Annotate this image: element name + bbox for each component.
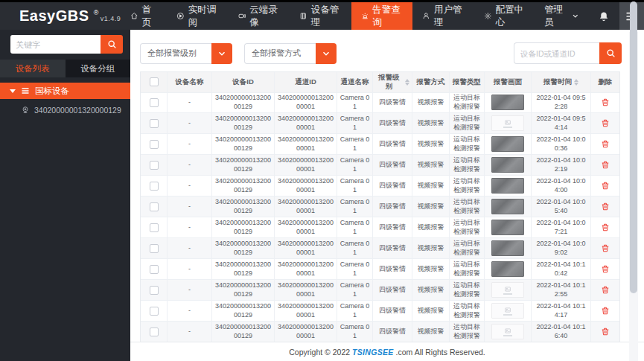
- notifications-button[interactable]: [588, 11, 619, 22]
- delete-button[interactable]: [601, 160, 610, 170]
- header-alarm-level[interactable]: 报警级别: [373, 72, 412, 93]
- alarm-thumbnail[interactable]: [491, 136, 524, 152]
- trash-icon: [601, 181, 610, 191]
- alarm-level-select[interactable]: 全部报警级别: [140, 43, 232, 64]
- row-checkbox[interactable]: [150, 265, 159, 274]
- alarm-thumbnail[interactable]: [491, 95, 524, 110]
- user-menu[interactable]: 管理员: [535, 4, 587, 29]
- table-row: - 34020000001320000129 34020000001320000…: [141, 92, 619, 113]
- alarm-thumbnail[interactable]: [491, 282, 524, 298]
- delete-button[interactable]: [601, 223, 610, 232]
- row-checkbox[interactable]: [150, 182, 159, 191]
- cell-channel-name: Camera 01: [337, 322, 373, 342]
- cell-alarm-level: 四级警情: [373, 197, 412, 217]
- delete-button[interactable]: [601, 98, 610, 107]
- row-checkbox[interactable]: [150, 119, 159, 128]
- alarm-thumbnail[interactable]: [491, 199, 524, 214]
- cell-alarm-type: 运动目标检测报警: [450, 322, 485, 342]
- nav-item-home[interactable]: 首页: [121, 2, 167, 30]
- row-checkbox[interactable]: [150, 140, 159, 149]
- cell-device-id: 34020000001320000129: [212, 301, 275, 322]
- row-checkbox[interactable]: [150, 98, 159, 107]
- cell-alarm-level: 四级警情: [373, 217, 412, 238]
- nav-item-user-management[interactable]: 用户管理: [412, 2, 474, 30]
- delete-button[interactable]: [601, 327, 610, 336]
- delete-button[interactable]: [601, 202, 610, 211]
- header-alarm-snapshot: 报警画面: [485, 72, 532, 93]
- tree-device-item[interactable]: 34020000001320000129: [0, 106, 130, 115]
- row-checkbox[interactable]: [150, 328, 159, 336]
- cell-alarm-time: 2022-01-04 10:14:17: [532, 301, 591, 322]
- cell-alarm-time: 2022-01-04 10:16:40: [532, 322, 591, 342]
- cell-alarm-snapshot: [485, 176, 532, 197]
- cell-alarm-time: 2022-01-04 10:00:36: [532, 134, 591, 155]
- alarm-thumbnail[interactable]: [491, 240, 524, 256]
- cell-alarm-type: 运动目标检测报警: [450, 197, 485, 217]
- scrollbar-thumb[interactable]: [630, 1, 637, 293]
- alarm-level-dropdown-button[interactable]: [211, 43, 232, 64]
- tab-device-groups[interactable]: 设备分组: [66, 60, 131, 77]
- cell-device-id: 34020000001320000129: [212, 280, 275, 301]
- nav-item-config-center[interactable]: 配置中心: [474, 2, 536, 30]
- list-icon: [21, 86, 30, 95]
- nav-item-device-management[interactable]: 设备管理: [290, 2, 351, 30]
- row-checkbox[interactable]: [150, 286, 159, 295]
- row-checkbox-cell: [141, 217, 168, 238]
- cell-delete: [591, 259, 619, 280]
- alarm-thumbnail[interactable]: [491, 261, 524, 277]
- table-header-row: 设备名称 设备ID 通道ID 通道名称 报警级别 报警方式 报警类型 报警画面 …: [141, 72, 619, 92]
- row-checkbox-cell: [141, 197, 168, 217]
- tab-device-list[interactable]: 设备列表: [0, 60, 66, 77]
- delete-button[interactable]: [601, 306, 610, 316]
- delete-button[interactable]: [601, 181, 610, 191]
- cell-delete: [591, 92, 619, 113]
- select-all-checkbox[interactable]: [150, 77, 159, 86]
- header-alarm-time[interactable]: 报警时间: [532, 72, 591, 93]
- row-checkbox[interactable]: [150, 223, 159, 232]
- trash-icon: [601, 327, 610, 336]
- table-search-button[interactable]: [599, 42, 622, 64]
- cell-device-id: 34020000001320000129: [212, 176, 275, 197]
- cell-device-id: 34020000001320000129: [212, 197, 275, 217]
- alarm-thumbnail[interactable]: [491, 220, 524, 235]
- row-checkbox[interactable]: [150, 161, 159, 170]
- alarm-thumbnail[interactable]: [491, 115, 524, 131]
- device-channel-id-input[interactable]: [514, 42, 599, 64]
- sort-icon[interactable]: [574, 79, 578, 86]
- main-content: 全部报警级别 全部报警方式 设备名称 设备ID 通道ID 通道名称 报警级别: [130, 30, 644, 361]
- cell-delete: [591, 301, 619, 322]
- trash-icon: [601, 243, 610, 253]
- keyword-search-input[interactable]: [10, 35, 101, 54]
- delete-button[interactable]: [601, 264, 610, 274]
- app-logo: EasyGBS ®v1.4.9: [19, 7, 121, 25]
- cell-channel-id: 34020000001320000001: [275, 280, 337, 301]
- row-checkbox[interactable]: [150, 307, 159, 316]
- tree-node-gb-devices[interactable]: 国标设备: [0, 83, 130, 99]
- header-delete: 删除: [591, 72, 619, 93]
- delete-button[interactable]: [601, 285, 610, 295]
- nav-item-cloud-recording[interactable]: 云端录像: [229, 2, 290, 30]
- alarm-thumbnail[interactable]: [491, 157, 524, 173]
- delete-button[interactable]: [601, 243, 610, 253]
- alarm-thumbnail[interactable]: [491, 324, 524, 339]
- cell-device-name: -: [168, 155, 212, 176]
- cell-channel-id: 34020000001320000001: [275, 301, 337, 322]
- sidebar-search-button[interactable]: [101, 35, 123, 54]
- delete-button[interactable]: [601, 118, 610, 128]
- alarm-method-select[interactable]: 全部报警方式: [244, 43, 337, 64]
- sort-icon[interactable]: [405, 79, 409, 86]
- nav-item-alarm-query[interactable]: 告警查询: [351, 2, 413, 30]
- row-checkbox[interactable]: [150, 202, 159, 211]
- alarm-thumbnail[interactable]: [491, 303, 524, 319]
- delete-button[interactable]: [601, 139, 610, 149]
- cell-channel-id: 34020000001320000001: [275, 322, 337, 342]
- row-checkbox[interactable]: [150, 244, 159, 253]
- nav-item-live-view[interactable]: 实时调阅: [167, 2, 229, 30]
- table-row: - 34020000001320000129 34020000001320000…: [141, 238, 619, 259]
- alarm-thumbnail[interactable]: [491, 178, 524, 194]
- alarm-method-dropdown-button[interactable]: [316, 43, 337, 64]
- top-navbar: EasyGBS ®v1.4.9 首页 实时调阅 云端录像 设备管理 告警查询 用…: [0, 0, 644, 30]
- cell-alarm-time: 2022-01-04 10:12:55: [532, 280, 591, 301]
- header-channel-id: 通道ID: [275, 72, 337, 93]
- cell-alarm-snapshot: [485, 301, 532, 322]
